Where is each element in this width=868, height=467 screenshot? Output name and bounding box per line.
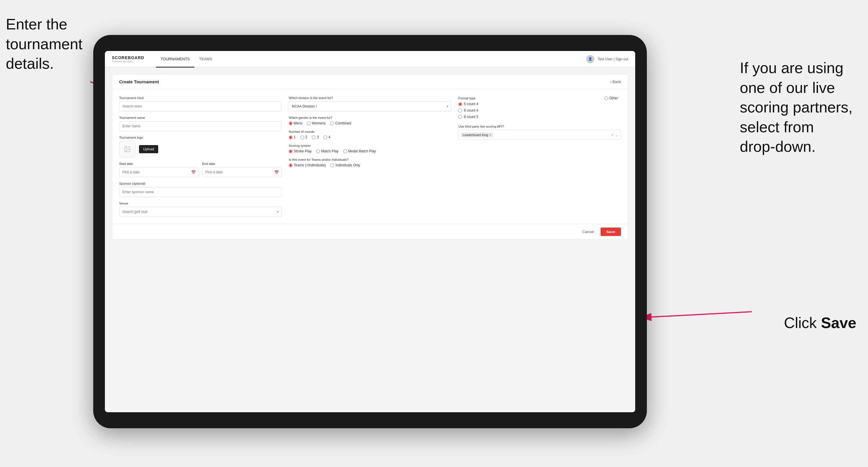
svg-point-6 xyxy=(126,148,127,149)
nav-tournaments[interactable]: TOURNAMENTS xyxy=(156,51,194,68)
gender-womens-label[interactable]: Womens xyxy=(312,121,326,125)
main-content: Create Tournament ‹ Back Tournament Host xyxy=(105,67,635,412)
tournament-host-group: Tournament Host xyxy=(119,96,282,111)
rounds-1-radio[interactable] xyxy=(289,135,292,139)
format-label: Format type xyxy=(458,96,475,100)
rounds-2-radio[interactable] xyxy=(301,135,304,139)
tournament-name-group: Tournament name xyxy=(119,116,282,131)
format-5count4-label[interactable]: 5 count 4 xyxy=(464,102,478,106)
gender-womens-radio[interactable] xyxy=(307,122,311,125)
rounds-3-radio[interactable] xyxy=(312,135,315,139)
nav-teams[interactable]: TEAMS xyxy=(194,51,217,68)
teams-individuals-radio[interactable] xyxy=(331,163,334,167)
teams-label: Is this event for Teams and/or Individua… xyxy=(289,158,451,161)
end-date-group: End date 📅 xyxy=(202,162,282,177)
start-date-label: Start date xyxy=(119,162,199,165)
scoring-stroke: Stroke Play xyxy=(289,149,311,153)
rounds-4-label[interactable]: 4 xyxy=(329,135,331,139)
gender-group: Which gender is the event for? Mens Wome… xyxy=(289,116,451,125)
dropdown-icon[interactable]: ⌄ xyxy=(615,132,618,137)
logo-upload-area: Upload xyxy=(119,141,282,157)
gender-mens-label[interactable]: Mens xyxy=(294,121,302,125)
card-header: Create Tournament ‹ Back xyxy=(112,74,628,89)
navbar-brand: SCOREBOARD Powered by clippi xyxy=(112,55,144,63)
division-select[interactable]: NCAA Division I xyxy=(289,101,451,111)
rounds-label: Number of rounds xyxy=(289,130,451,133)
end-date-input[interactable] xyxy=(202,167,282,177)
scoring-medal-radio[interactable] xyxy=(343,150,347,153)
teams-individuals: Individuals Only xyxy=(331,163,360,167)
sponsor-group: Sponsor (optional) xyxy=(119,182,282,197)
scoring-stroke-radio[interactable] xyxy=(289,150,292,153)
format-6count5-radio[interactable] xyxy=(458,115,462,119)
format-6count4-label[interactable]: 6 count 4 xyxy=(464,108,478,113)
gender-combined-radio[interactable] xyxy=(330,122,334,125)
end-date-wrapper: 📅 xyxy=(202,167,282,177)
scoring-medal-label[interactable]: Medal Match Play xyxy=(348,149,376,153)
cancel-button[interactable]: Cancel xyxy=(579,227,597,236)
live-scoring-actions: × ⌄ xyxy=(611,132,618,137)
live-scoring-label: Use third-party live scoring API? xyxy=(458,125,621,128)
rounds-group: Number of rounds 1 2 xyxy=(289,130,451,139)
navbar-right: 👤 Test User | Sign out xyxy=(586,55,628,63)
clear-icon[interactable]: × xyxy=(611,132,614,137)
gender-combined: Combined xyxy=(330,121,351,125)
format-group: Format type Other 5 count 4 xyxy=(458,96,621,119)
tablet-frame: SCOREBOARD Powered by clippi TOURNAMENTS… xyxy=(93,35,647,428)
venue-input[interactable] xyxy=(119,207,282,217)
tournament-name-input[interactable] xyxy=(119,121,282,131)
live-scoring-remove[interactable]: × xyxy=(489,133,491,137)
start-date-wrapper: 📅 xyxy=(119,167,199,177)
live-scoring-value: Leaderboard King xyxy=(463,133,488,137)
start-date-group: Start date 📅 xyxy=(119,162,199,177)
scoring-stroke-label[interactable]: Stroke Play xyxy=(294,149,311,153)
format-other-radio[interactable] xyxy=(604,96,608,100)
logo-preview xyxy=(119,141,135,157)
live-scoring-select[interactable]: Leaderboard King × × ⌄ xyxy=(458,130,621,140)
venue-select-wrapper xyxy=(119,207,282,217)
rounds-4: 4 xyxy=(323,135,331,139)
save-button[interactable]: Save xyxy=(600,227,621,236)
teams-teams-label[interactable]: Teams (+Individuals) xyxy=(294,163,326,167)
user-info[interactable]: Test User | Sign out xyxy=(598,57,628,61)
teams-teams: Teams (+Individuals) xyxy=(289,163,326,167)
live-scoring-tag: Leaderboard King × xyxy=(461,132,493,137)
scoring-match-label[interactable]: Match Play xyxy=(321,149,338,153)
upload-button[interactable]: Upload xyxy=(139,145,158,153)
annotation-click-save: Click Save xyxy=(784,313,856,333)
gender-label: Which gender is the event for? xyxy=(289,116,451,119)
division-group: Which division is the event for? NCAA Di… xyxy=(289,96,451,111)
rounds-3-label[interactable]: 3 xyxy=(317,135,319,139)
calendar-icon: 📅 xyxy=(191,170,196,175)
format-other-label[interactable]: Other xyxy=(609,96,618,100)
back-button[interactable]: ‹ Back xyxy=(610,80,621,84)
scoring-label: Scoring system xyxy=(289,144,451,148)
gender-mens-radio[interactable] xyxy=(289,122,292,125)
navbar: SCOREBOARD Powered by clippi TOURNAMENTS… xyxy=(105,51,635,67)
format-5count4-radio[interactable] xyxy=(458,102,462,106)
gender-radio-row: Mens Womens Combined xyxy=(289,121,451,125)
rounds-4-radio[interactable] xyxy=(323,135,327,139)
navbar-links: TOURNAMENTS TEAMS xyxy=(156,51,217,67)
format-5count4: 5 count 4 xyxy=(458,102,621,106)
svg-line-4 xyxy=(641,312,752,317)
format-6count5-label[interactable]: 6 count 5 xyxy=(464,115,478,119)
rounds-2-label[interactable]: 2 xyxy=(305,135,307,139)
rounds-2: 2 xyxy=(301,135,307,139)
start-date-input[interactable] xyxy=(119,167,199,177)
image-icon xyxy=(124,146,131,153)
rounds-1-label[interactable]: 1 xyxy=(294,135,296,139)
teams-teams-radio[interactable] xyxy=(289,163,292,167)
gender-womens: Womens xyxy=(307,121,326,125)
sponsor-input[interactable] xyxy=(119,187,282,197)
scoring-match-radio[interactable] xyxy=(316,150,320,153)
tournament-host-input[interactable] xyxy=(119,101,282,111)
end-date-label: End date xyxy=(202,162,282,165)
gender-combined-label[interactable]: Combined xyxy=(335,121,351,125)
format-6count4: 6 count 4 xyxy=(458,108,621,113)
teams-individuals-label[interactable]: Individuals Only xyxy=(335,163,360,167)
live-scoring-group: Use third-party live scoring API? Leader… xyxy=(458,125,621,140)
scoring-radio-row: Stroke Play Match Play Medal Match Play xyxy=(289,149,451,153)
scoring-match: Match Play xyxy=(316,149,338,153)
format-6count4-radio[interactable] xyxy=(458,109,462,113)
